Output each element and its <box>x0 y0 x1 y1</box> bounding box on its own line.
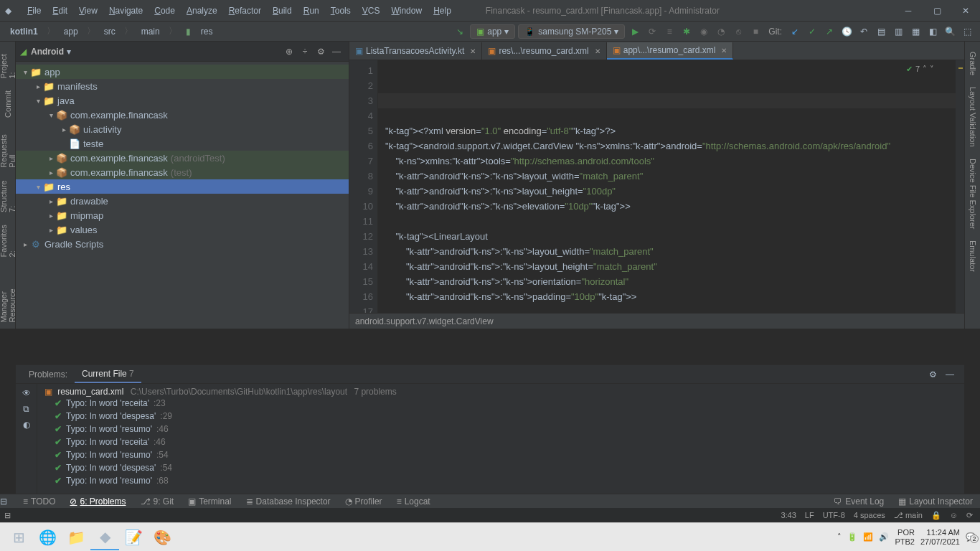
breadcrumb-main[interactable]: main <box>137 25 164 38</box>
bug-icon[interactable]: ✱ <box>679 24 694 39</box>
breadcrumb-res[interactable]: res <box>197 25 217 38</box>
coverage-icon[interactable]: ◉ <box>697 24 711 39</box>
editor-body[interactable]: 1234567891011121314151617 ✔ 7 ˄ ˅ "k-tag… <box>349 60 964 313</box>
taskbar-android-studio[interactable]: ◆ <box>90 524 119 550</box>
tool-terminal[interactable]: ▣ Terminal <box>181 495 238 508</box>
panel-gear-icon[interactable]: ⚙ <box>925 369 941 380</box>
sync-icon[interactable]: ↘ <box>453 24 467 39</box>
tree-row[interactable]: ▾📁app <box>16 65 349 79</box>
tree-row[interactable]: ▸📦com.example.financask(test) <box>16 165 349 179</box>
tray-battery-icon[interactable]: 🔋 <box>847 532 857 542</box>
status-indent[interactable]: 4 spaces <box>854 511 885 519</box>
tab-current-file[interactable]: Current File 7 <box>75 366 141 383</box>
search-icon[interactable]: 🔍 <box>943 24 957 39</box>
tool-logcat[interactable]: ≡ Logcat <box>390 495 438 508</box>
tool-problems[interactable]: ⊘ 6: Problems <box>62 495 133 508</box>
problem-item[interactable]: ✔Typo: In word 'despesa':54 <box>44 461 957 474</box>
tool-event-log[interactable]: 🗨 Event Log <box>826 495 891 508</box>
gear-icon[interactable]: ⚙ <box>313 47 329 57</box>
filter-icon[interactable]: ◐ <box>23 420 30 430</box>
attach-icon[interactable]: ⎋ <box>731 24 745 39</box>
taskbar-chrome[interactable]: 🌐 <box>33 524 62 550</box>
status-face-icon[interactable]: ☺ <box>950 511 958 519</box>
breadcrumb-app[interactable]: app <box>60 25 83 38</box>
problem-item[interactable]: ✔Typo: In word 'resumo':54 <box>44 448 957 461</box>
tray-language[interactable]: PORPTB2 <box>895 528 915 547</box>
rail-pull-requests[interactable]: Pull Requests <box>0 123 18 174</box>
tray-notifications-icon[interactable]: 💬2 <box>966 532 976 542</box>
toggle-bar-icon[interactable]: ⊟ <box>0 496 16 507</box>
taskbar-explorer[interactable]: 📁 <box>62 524 90 550</box>
status-branch[interactable]: ⎇ main <box>894 511 923 520</box>
resource-icon[interactable]: ◧ <box>925 24 940 39</box>
tree-row[interactable]: ▾📁java <box>16 93 349 108</box>
tree-row[interactable]: ▸📦com.example.financask(androidTest) <box>16 151 349 165</box>
device-selector[interactable]: 📱samsung SM-P205▾ <box>518 24 625 39</box>
problem-item[interactable]: ✔Typo: In word 'receita':46 <box>44 435 957 448</box>
close-tab-icon[interactable]: ✕ <box>595 47 600 55</box>
rail-7--structure[interactable]: 7: Structure <box>0 174 18 218</box>
rail-commit[interactable]: Commit <box>2 85 14 123</box>
run-config-selector[interactable]: ▣app▾ <box>470 24 515 39</box>
project-tree[interactable]: ▾📁app▸📁manifests▾📁java▾📦com.example.fina… <box>16 62 349 329</box>
breadcrumb-kotlin1[interactable]: kotlin1 <box>6 25 42 38</box>
tray-wifi-icon[interactable]: 📶 <box>863 532 873 542</box>
start-button[interactable]: ⊞ <box>4 524 33 550</box>
status-caret[interactable]: 3:43 <box>781 511 796 519</box>
menu-edit[interactable]: Edit <box>47 3 73 19</box>
tree-row[interactable]: ▸📁values <box>16 222 349 237</box>
menu-refactor[interactable]: Refactor <box>223 3 267 19</box>
close-tab-icon[interactable]: ✕ <box>470 47 476 55</box>
hide-panel-icon[interactable]: — <box>329 47 344 57</box>
structure-icon[interactable]: ▦ <box>908 24 923 39</box>
tool-layout-inspector[interactable]: ▦ Layout Inspector <box>891 495 980 508</box>
status-lock-icon[interactable]: 🔒 <box>931 511 941 520</box>
problems-list[interactable]: ▣ resumo_card.xml C:\Users\Turbo\Documen… <box>37 384 964 508</box>
problem-item[interactable]: ✔Typo: In word 'receita':23 <box>44 397 957 410</box>
tool-todo[interactable]: ≡ TODO <box>16 495 62 508</box>
rail-device-file-explorer[interactable]: Device File Explorer <box>967 153 979 235</box>
problems-file-header[interactable]: ▣ resumo_card.xml C:\Users\Turbo\Documen… <box>44 387 957 397</box>
code-area[interactable]: ✔ 7 ˄ ˅ "k-tag"><?xml version="1.0" enco… <box>378 60 956 313</box>
status-encoding[interactable]: UTF-8 <box>823 511 845 519</box>
rail-1--project[interactable]: 1: Project <box>0 46 18 85</box>
problem-item[interactable]: ✔Typo: In word 'despesa':29 <box>44 410 957 423</box>
problem-item[interactable]: ✔Typo: In word 'resumo':46 <box>44 423 957 435</box>
maximize-button[interactable]: ▢ <box>923 0 951 22</box>
git-update-icon[interactable]: ↙ <box>788 24 802 39</box>
tab-problems[interactable]: Problems: <box>22 367 75 382</box>
stop-icon[interactable]: ■ <box>748 24 763 39</box>
git-commit-icon[interactable]: ✓ <box>805 24 819 39</box>
menu-window[interactable]: Window <box>385 3 428 19</box>
project-view-selector[interactable]: Android <box>31 47 64 57</box>
tray-chevron-icon[interactable]: ˄ <box>837 532 842 542</box>
menu-view[interactable]: View <box>73 3 103 19</box>
tree-row[interactable]: 📄teste <box>16 136 349 151</box>
menu-tools[interactable]: Tools <box>325 3 357 19</box>
sdk-icon[interactable]: ▥ <box>891 24 905 39</box>
error-stripe[interactable] <box>956 60 964 313</box>
menu-build[interactable]: Build <box>267 3 298 19</box>
tray-volume-icon[interactable]: 🔊 <box>879 532 889 542</box>
run-icon[interactable]: ▶ <box>628 24 642 39</box>
breadcrumb-bar[interactable]: android.support.v7.widget.CardView <box>349 313 964 329</box>
menu-code[interactable]: Code <box>149 3 181 19</box>
menu-vcs[interactable]: VCS <box>357 3 386 19</box>
taskbar-notepad[interactable]: 📝 <box>119 524 148 550</box>
debug-icon[interactable]: ⟳ <box>645 24 659 39</box>
status-sync-icon[interactable]: ⟳ <box>966 511 973 520</box>
inspection-indicator[interactable]: ✔ 7 ˄ ˅ <box>906 62 934 77</box>
close-tab-icon[interactable]: ✕ <box>721 47 727 55</box>
chevron-up-icon[interactable]: ˄ <box>923 62 927 77</box>
close-button[interactable]: ✕ <box>951 0 980 22</box>
chevron-down-icon[interactable]: ˅ <box>930 62 934 77</box>
editor-tab[interactable]: ▣ListaTransacoesActivity.kt✕ <box>349 42 482 60</box>
tray-clock[interactable]: 11:24 AM27/07/2021 <box>920 528 960 547</box>
locate-icon[interactable]: ⊕ <box>281 47 297 57</box>
minimize-button[interactable]: ─ <box>894 0 923 22</box>
breadcrumb-src[interactable]: src <box>100 25 120 38</box>
menu-run[interactable]: Run <box>298 3 325 19</box>
status-line-sep[interactable]: LF <box>805 511 814 519</box>
tree-row[interactable]: ▸📁mipmap <box>16 208 349 222</box>
settings-icon[interactable]: ⬚ <box>960 24 974 39</box>
